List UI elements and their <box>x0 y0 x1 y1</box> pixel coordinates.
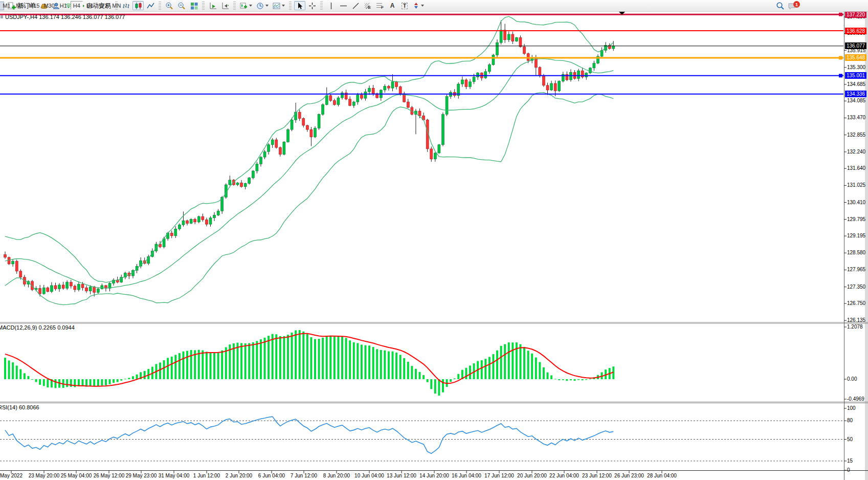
chart-shift-button[interactable] <box>219 1 231 10</box>
auto-scroll-button[interactable] <box>207 1 218 10</box>
periods-dropdown[interactable] <box>255 1 270 10</box>
candle <box>283 142 285 154</box>
candle <box>593 63 595 68</box>
zoom-out-button[interactable] <box>176 1 187 10</box>
timeframe-button-m1[interactable]: M1 <box>1 1 13 10</box>
macd-bar <box>376 349 378 379</box>
candle <box>202 216 204 220</box>
timeframe-button-m5[interactable]: M5 <box>14 1 26 10</box>
candle <box>271 140 274 145</box>
macd-bar <box>101 379 103 385</box>
macd-bar <box>422 375 425 379</box>
macd-bar <box>147 369 149 379</box>
hline-handle <box>839 13 842 16</box>
candle <box>387 86 390 88</box>
candle <box>492 55 495 64</box>
macd-bar <box>562 379 564 380</box>
search-button[interactable] <box>774 1 786 10</box>
templates-dropdown[interactable] <box>271 1 286 10</box>
elliott-wave-tool[interactable]: E <box>362 1 373 10</box>
candle <box>81 284 84 288</box>
price-tick-label: 132.855 <box>847 132 865 138</box>
new-chart-dropdown[interactable] <box>238 1 254 10</box>
time-axis-label: 26 May 12:00 <box>94 473 125 478</box>
timeframe-button-d1[interactable]: D1 <box>84 1 96 10</box>
macd-bar <box>221 351 223 379</box>
timeframe-button-h4[interactable]: H4 <box>71 1 83 10</box>
candle <box>306 125 308 129</box>
rsi-tick-label: 100 <box>847 405 856 411</box>
arrows-dropdown[interactable] <box>411 1 426 10</box>
vertical-line-tool[interactable] <box>325 1 337 10</box>
macd-bar <box>279 336 281 379</box>
price-tick-label: 133.470 <box>847 115 865 121</box>
macd-bar <box>35 379 37 382</box>
chart-shift-icon <box>221 2 229 10</box>
candle <box>209 218 212 224</box>
fibonacci-tool[interactable]: F <box>374 1 386 10</box>
timeframe-button-m30[interactable]: M30 <box>42 1 56 10</box>
candle <box>170 233 173 235</box>
price-tick-label: 127.965 <box>847 267 865 273</box>
candle <box>240 183 243 187</box>
macd-bar <box>54 379 56 388</box>
macd-bar <box>357 343 359 379</box>
macd-bar <box>252 342 254 379</box>
time-axis-label: 23 Jun 12:00 <box>582 473 612 478</box>
price-chart-canvas[interactable] <box>0 0 868 480</box>
candle <box>484 72 487 78</box>
macd-bar <box>504 344 506 379</box>
candle <box>85 288 88 291</box>
timeframe-button-m15[interactable]: M15 <box>27 1 41 10</box>
new-chart-icon <box>240 2 248 10</box>
macd-bar <box>535 357 537 379</box>
macd-bar <box>527 351 529 379</box>
candle <box>539 68 541 76</box>
macd-bar <box>399 355 402 379</box>
horizontal-line-tool[interactable] <box>338 1 349 10</box>
macd-bar <box>345 338 347 379</box>
macd-bar <box>488 357 491 379</box>
candle <box>58 285 61 289</box>
candle <box>395 82 398 87</box>
candle <box>488 64 491 71</box>
bollinger-band <box>5 16 613 282</box>
macd-bar <box>225 347 227 379</box>
macd-bar <box>511 342 514 379</box>
price-tick-label: 135.300 <box>847 64 865 71</box>
macd-bar <box>256 341 258 379</box>
text-tool[interactable]: A <box>387 1 398 10</box>
macd-bar <box>302 332 304 379</box>
line-chart-mode-button[interactable] <box>145 1 156 10</box>
chevron-down-icon <box>249 5 252 7</box>
macd-bar <box>117 379 119 382</box>
timeframe-button-mn[interactable]: MN <box>110 1 123 10</box>
candlestick-mode-button[interactable] <box>132 1 144 10</box>
timeframe-button-w1[interactable]: W1 <box>97 1 109 10</box>
macd-bar <box>237 343 239 379</box>
macd-bar <box>543 367 545 379</box>
tile-windows-button[interactable] <box>188 1 199 10</box>
price-level-label-137.220: 137.220 <box>845 11 866 18</box>
macd-bar <box>500 346 502 379</box>
macd-bar <box>434 379 436 394</box>
zoom-in-button[interactable] <box>164 1 175 10</box>
cursor-tool-button[interactable] <box>294 1 305 10</box>
price-tick-label: 131.025 <box>847 182 865 188</box>
main-toolbar: 新订单 自动交易 <box>0 0 868 12</box>
notification-badge: 1 <box>793 1 800 8</box>
trendline-tool[interactable] <box>350 1 361 10</box>
rsi-tick-label: 0 <box>847 467 850 473</box>
candle <box>364 92 367 98</box>
timeframe-button-h1[interactable]: H1 <box>57 1 70 10</box>
label-tool[interactable]: T <box>399 1 410 10</box>
terminal-window: 新订单 自动交易 <box>0 0 868 480</box>
macd-bar <box>260 339 262 379</box>
macd-bar <box>244 343 247 379</box>
time-axis-label: 1 Jun 12:00 <box>193 473 220 478</box>
macd-bar <box>186 351 188 379</box>
notifications-button[interactable]: 1 <box>787 1 800 11</box>
candle <box>275 140 278 147</box>
crosshair-tool-button[interactable] <box>306 1 318 10</box>
time-axis-label: 22 Jun 04:00 <box>549 473 579 478</box>
